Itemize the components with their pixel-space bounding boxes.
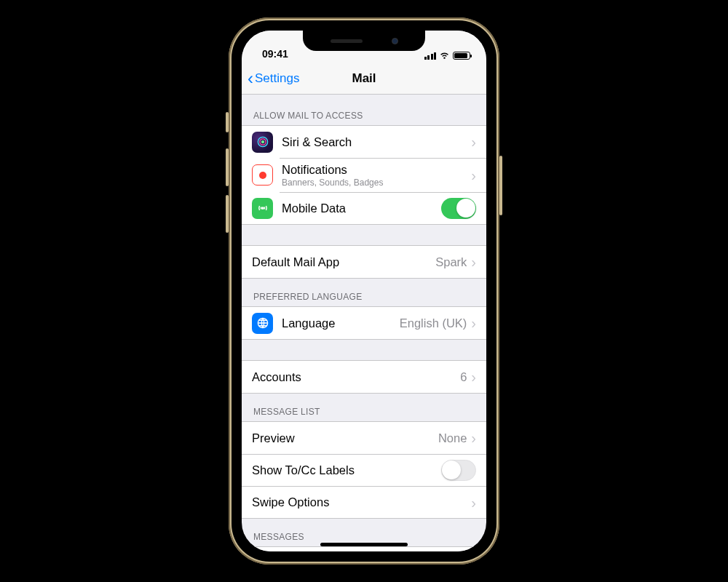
row-default-mail-app[interactable]: Default Mail App Spark › xyxy=(242,246,486,278)
section-header-message-list: MESSAGE LIST xyxy=(242,394,486,421)
power-button xyxy=(499,156,502,215)
globe-icon xyxy=(252,313,273,334)
svg-point-2 xyxy=(261,140,264,143)
row-title: Mobile Data xyxy=(282,201,441,216)
home-indicator[interactable] xyxy=(320,543,408,546)
speaker-grille xyxy=(331,39,363,43)
screen: 09:41 ‹ Settings Mail ALLO xyxy=(242,31,486,551)
chevron-right-icon: › xyxy=(471,316,476,330)
row-value: English (UK) xyxy=(400,316,467,330)
row-swipe-options[interactable]: Swipe Options › xyxy=(242,486,486,518)
svg-point-3 xyxy=(261,207,263,209)
status-time: 09:41 xyxy=(262,48,288,60)
section-header-access: ALLOW MAIL TO ACCESS xyxy=(242,95,486,125)
row-mobile-data[interactable]: Mobile Data xyxy=(242,192,486,224)
show-to-cc-toggle[interactable] xyxy=(441,460,476,481)
chevron-right-icon: › xyxy=(471,255,476,269)
notifications-icon xyxy=(252,164,273,186)
back-button[interactable]: ‹ Settings xyxy=(242,70,299,87)
settings-list[interactable]: ALLOW MAIL TO ACCESS Siri & Search › Not… xyxy=(242,95,486,551)
front-camera xyxy=(392,38,398,44)
siri-icon xyxy=(252,132,273,153)
row-subtitle: Banners, Sounds, Badges xyxy=(282,178,471,188)
row-value: Spark xyxy=(435,255,467,269)
nav-bar: ‹ Settings Mail xyxy=(242,63,486,95)
row-show-to-cc[interactable]: Show To/Cc Labels xyxy=(242,454,486,486)
notch xyxy=(303,31,425,51)
battery-icon xyxy=(453,52,470,60)
row-ask-before-deleting[interactable]: Ask Before Deleting xyxy=(242,547,486,551)
chevron-right-icon: › xyxy=(471,135,476,149)
row-value: 6 xyxy=(460,370,467,384)
volume-up-button xyxy=(226,148,229,186)
row-language[interactable]: Language English (UK) › xyxy=(242,307,486,339)
phone-frame: 09:41 ‹ Settings Mail ALLO xyxy=(229,17,499,565)
row-title: Show To/Cc Labels xyxy=(252,463,441,478)
back-label: Settings xyxy=(255,71,299,86)
row-accounts[interactable]: Accounts 6 › xyxy=(242,361,486,393)
wifi-icon xyxy=(439,52,450,60)
chevron-right-icon: › xyxy=(471,495,476,510)
row-title: Language xyxy=(282,316,400,331)
chevron-right-icon: › xyxy=(471,431,476,445)
section-header-language: PREFERRED LANGUAGE xyxy=(242,279,486,306)
row-notifications[interactable]: Notifications Banners, Sounds, Badges › xyxy=(242,158,486,192)
row-title: Swipe Options xyxy=(252,495,471,510)
row-value: None xyxy=(438,431,467,445)
chevron-left-icon: ‹ xyxy=(248,70,253,87)
row-title: Accounts xyxy=(252,370,460,385)
chevron-right-icon: › xyxy=(471,370,476,384)
row-siri-search[interactable]: Siri & Search › xyxy=(242,126,486,158)
mute-switch xyxy=(226,112,229,132)
row-title: Preview xyxy=(252,431,438,446)
mobile-data-toggle[interactable] xyxy=(441,198,476,219)
mobile-data-icon xyxy=(252,198,273,219)
row-preview[interactable]: Preview None › xyxy=(242,422,486,454)
chevron-right-icon: › xyxy=(471,168,476,183)
cellular-signal-icon xyxy=(424,52,437,60)
row-title: Siri & Search xyxy=(282,135,471,150)
row-title: Notifications xyxy=(282,162,471,178)
volume-down-button xyxy=(226,195,229,233)
row-title: Default Mail App xyxy=(252,255,435,270)
